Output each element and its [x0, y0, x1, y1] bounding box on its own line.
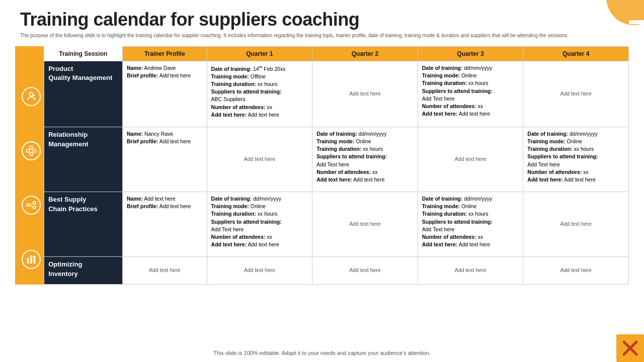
- training-calendar-table: Training Session Trainer Profile Quarter…: [44, 46, 629, 285]
- session-column-header: Training Session: [44, 47, 123, 61]
- top-right-decoration: [599, 0, 644, 33]
- yellow-left-bar: [15, 46, 19, 285]
- session-label-supply-chain: Best SupplyChain Practices: [44, 192, 123, 257]
- trainer-brief-label: Brief profile:: [127, 72, 158, 78]
- svg-point-12: [33, 202, 36, 205]
- session-label-inventory: OptimizingInventory: [44, 257, 123, 285]
- row-product-quality: ProductQuality Management Name: Andrew D…: [44, 61, 629, 127]
- trainer-product-quality: Name: Andrew Dave Brief profile: Add tex…: [122, 61, 207, 127]
- q1-supply-chain: Date of training: dd/mm/yyyy Training mo…: [207, 192, 312, 257]
- session-label-relationship: RelationshipManagement: [44, 127, 123, 192]
- svg-point-13: [33, 206, 36, 209]
- q2-inventory: Add text here: [312, 257, 418, 285]
- q3-product-quality: Date of training: dd/mm/yyyy Training mo…: [418, 61, 523, 127]
- row-relationship: RelationshipManagement Name: Nancy Rave …: [44, 127, 629, 192]
- q2-relationship: Date of training: dd/mm/yyyy Training mo…: [312, 127, 418, 192]
- table-wrapper: Training Session Trainer Profile Quarter…: [15, 46, 629, 285]
- svg-rect-3: [27, 149, 30, 152]
- svg-line-15: [30, 206, 33, 207]
- trainer-name-label: Name:: [127, 65, 143, 71]
- q4-inventory: Add text here: [523, 257, 629, 285]
- trainer-profile-header: Trainer Profile: [122, 47, 207, 61]
- icon-product-quality: [19, 67, 44, 126]
- svg-rect-16: [27, 260, 29, 263]
- svg-point-20: [31, 256, 33, 258]
- bottom-note: This slide is 100% editable. Adapt it to…: [0, 350, 644, 356]
- svg-point-11: [27, 204, 30, 207]
- q3-relationship: Add text here: [418, 127, 523, 192]
- header-section: Training calendar for suppliers coaching…: [0, 0, 644, 42]
- quarter3-header: Quarter 3: [418, 47, 523, 61]
- session-label-product-quality: ProductQuality Management: [44, 61, 123, 127]
- bottom-right-decoration: [616, 334, 644, 362]
- q4-supply-chain: Add text here: [523, 192, 629, 257]
- icons-sidebar: [19, 46, 44, 285]
- q1-relationship: Add text here: [207, 127, 312, 192]
- row-supply-chain: Best SupplyChain Practices Name: Add tex…: [44, 192, 629, 257]
- svg-rect-1: [629, 20, 644, 24]
- svg-rect-17: [31, 258, 33, 263]
- q4-product-quality: Add text here: [523, 61, 629, 127]
- trainer-relationship: Name: Nancy Rave Brief profile: Add text…: [122, 127, 207, 192]
- q2-product-quality: Add text here: [312, 61, 418, 127]
- icon-relationship: [19, 126, 44, 176]
- q1-inventory: Add text here: [207, 257, 312, 285]
- svg-rect-4: [30, 146, 33, 149]
- svg-point-19: [27, 258, 29, 260]
- trainer-inventory: Add text here: [122, 257, 207, 285]
- icon-supply-chain: [19, 176, 44, 234]
- svg-rect-6: [30, 153, 33, 156]
- row-inventory: OptimizingInventory Add text here Add te…: [44, 257, 629, 285]
- quarter4-header: Quarter 4: [523, 47, 629, 61]
- q3-supply-chain: Date of training: dd/mm/yyyy Training mo…: [418, 192, 523, 257]
- subtitle-text: The purpose of the following slide is to…: [20, 32, 614, 39]
- page-title: Training calendar for suppliers coaching: [20, 9, 624, 30]
- svg-rect-5: [33, 149, 36, 152]
- q3-inventory: Add text here: [418, 257, 523, 285]
- icon-inventory: [19, 234, 44, 285]
- q1-product-quality: Date of training: 14th Feb 20xx Training…: [207, 61, 312, 127]
- quarter1-header: Quarter 1: [207, 47, 312, 61]
- q4-relationship: Date of training: dd/mm/yyyy Training mo…: [523, 127, 629, 192]
- svg-rect-18: [34, 256, 36, 264]
- svg-line-14: [30, 203, 33, 205]
- trainer-supply-chain: Name: Add text here Brief profile: Add t…: [122, 192, 207, 257]
- quarter2-header: Quarter 2: [312, 47, 418, 61]
- q2-supply-chain: Add text here: [312, 192, 418, 257]
